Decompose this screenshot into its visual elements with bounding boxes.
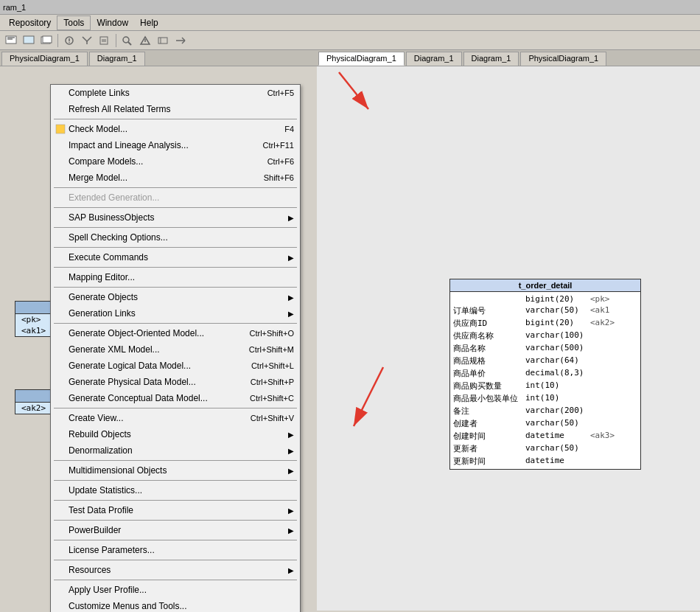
submenu-arrow-gen-obj: ▶ [288,293,294,302]
table-row: 更新者 varchar(50) [453,442,637,455]
menu-create-view[interactable]: Create View... Ctrl+Shift+V [51,410,300,426]
table-row: 更新时间 datetime [453,455,637,467]
menu-generation-links[interactable]: Generation Links ▶ [51,305,300,321]
table-row: 订单编号 varchar(50) <ak1 [453,305,637,317]
menu-gen-physical-model[interactable]: Generate Physical Data Model... Ctrl+Shi… [51,374,300,390]
table-row: 商品名称 varchar(500) [453,342,637,355]
menu-spell-checking[interactable]: Spell Checking Options... [51,229,300,246]
toolbar [0,31,700,50]
submenu-arrow-execute: ▶ [288,254,294,262]
menu-compare-models[interactable]: Compare Models... Ctrl+F6 [51,153,300,170]
submenu-arrow-test-data: ▶ [288,507,294,515]
right-tabs-bar: PhysicalDiagram_1 Diagram_1 Diagram_1 Ph… [317,50,700,66]
toolbar-btn-4[interactable] [61,33,77,48]
tab-1[interactable]: Diagram_1 [89,52,145,66]
menu-help[interactable]: Help [134,16,164,29]
toolbar-btn-8[interactable] [137,33,153,48]
submenu-arrow-powerbuilder: ▶ [288,526,294,535]
menu-denormalization[interactable]: Denormalization ▶ [51,442,300,459]
menu-test-data-profile[interactable]: Test Data Profile ▶ [51,502,300,518]
arrow-indicator-2 [317,360,464,448]
table-row: 商品规格 varchar(64) [453,355,637,367]
menu-merge-model[interactable]: Merge Model... Shift+F6 [51,170,300,186]
submenu-arrow-denorm: ▶ [288,447,294,455]
toolbar-btn-6[interactable] [97,33,113,48]
main-area: PhysicalDiagram_1 Diagram_1 ... <pk> <ak… [0,50,700,611]
svg-rect-5 [43,36,52,43]
menu-resources[interactable]: Resources ▶ [51,562,300,578]
toolbar-separator-2 [116,34,116,47]
table-row: bigint(20) <pk> [453,293,637,305]
menu-execute-commands[interactable]: Execute Commands ▶ [51,249,300,265]
menu-tools[interactable]: Tools [57,15,91,30]
table-row: 商品购买数量 int(10) [453,380,637,392]
toolbar-separator-1 [57,34,58,47]
svg-line-14 [128,42,131,45]
menu-apply-user-profile[interactable]: Apply User Profile... [51,582,300,598]
title-text: ram_1 [3,3,26,12]
menu-gen-conceptual-model[interactable]: Generate Conceptual Data Model... Ctrl+S… [51,390,300,406]
right-panel: PhysicalDiagram_1 Diagram_1 Diagram_1 Ph… [317,50,700,611]
toolbar-btn-1[interactable] [3,33,19,48]
menu-gen-xml-model[interactable]: Generate XML Model... Ctrl+Shift+M [51,341,300,358]
menu-check-model[interactable]: Check Model... F4 [51,121,300,137]
svg-rect-3 [24,36,34,44]
menu-gen-oo-model[interactable]: Generate Object-Oriented Model... Ctrl+S… [51,325,300,341]
menu-powerbuilder[interactable]: PowerBuilder ▶ [51,522,300,538]
toolbar-btn-10[interactable] [172,33,189,48]
left-panel: PhysicalDiagram_1 Diagram_1 ... <pk> <ak… [0,50,317,611]
table-row: 商品单价 decimal(8,3) [453,367,637,380]
menu-impact-lineage[interactable]: Impact and Lineage Analysis... Ctrl+F11 [51,137,300,153]
menu-rebuild-objects[interactable]: Rebuild Objects ▶ [51,426,300,442]
table-row: 创建时间 datetime <ak3> [453,430,637,442]
tabs-bar: PhysicalDiagram_1 Diagram_1 [0,50,317,66]
menu-customize-menus[interactable]: Customize Menus and Tools... [51,598,300,612]
menu-repository[interactable]: Repository [3,16,57,29]
tab-0[interactable]: PhysicalDiagram_1 [1,52,88,66]
svg-point-13 [123,37,129,43]
db-table-order-detail: t_order_detail bigint(20) <pk> 订单编号 varc… [449,279,641,470]
svg-rect-17 [158,38,167,44]
menu-gen-logical-model[interactable]: Generate Logical Data Model... Ctrl+Shif… [51,358,300,374]
toolbar-btn-7[interactable] [119,33,136,48]
submenu-arrow-sap: ▶ [288,214,294,222]
submenu-arrow-gen-links: ▶ [288,310,294,318]
table-row: 供应商ID bigint(20) <ak2> [453,317,637,330]
submenu-arrow-resources: ▶ [288,566,294,574]
toolbar-btn-5[interactable] [79,33,95,48]
toolbar-btn-3[interactable] [38,33,55,48]
svg-line-24 [339,72,368,109]
submenu-arrow-rebuild: ▶ [288,431,294,439]
db-table-header: t_order_detail [450,279,640,292]
menu-complete-links[interactable]: Complete Links Ctrl+F5 [51,85,300,101]
check-model-icon [54,124,67,134]
menu-mapping-editor[interactable]: Mapping Editor... [51,269,300,285]
right-tab-2[interactable]: Diagram_1 [463,52,519,66]
menu-bar: Repository Tools Window Help [0,15,700,31]
tools-menu: Complete Links Ctrl+F5 Refresh All Relat… [50,84,301,612]
menu-window[interactable]: Window [91,16,134,29]
menu-multidimensional-objects[interactable]: Multidimensional Objects ▶ [51,462,300,479]
right-tab-1[interactable]: Diagram_1 [406,52,462,66]
svg-rect-10 [100,37,108,44]
right-tab-3[interactable]: PhysicalDiagram_1 [520,52,606,66]
table-row: 创建者 varchar(50) [453,417,637,430]
menu-generate-objects[interactable]: Generate Objects ▶ [51,289,300,305]
menu-sap-businessobjects[interactable]: SAP BusinessObjects ▶ [51,209,300,226]
menu-update-statistics[interactable]: Update Statistics... [51,482,300,498]
submenu-arrow-multidim: ▶ [288,467,294,475]
svg-point-8 [69,41,70,43]
toolbar-btn-2[interactable] [21,33,37,48]
db-table-body: bigint(20) <pk> 订单编号 varchar(50) <ak1 供应… [450,292,640,469]
svg-rect-22 [56,125,65,133]
right-tab-0[interactable]: PhysicalDiagram_1 [318,52,405,66]
menu-extended-generation: Extended Generation... [51,189,300,206]
menu-license-parameters[interactable]: License Parameters... [51,542,300,558]
toolbar-btn-9[interactable] [155,33,171,48]
menu-refresh-related-terms[interactable]: Refresh All Related Terms [51,101,300,117]
table-row: 商品最小包装单位 int(10) [453,392,637,405]
table-row: 供应商名称 varchar(100) [453,330,637,342]
svg-line-26 [354,367,383,426]
table-row: 备注 varchar(200) [453,405,637,417]
